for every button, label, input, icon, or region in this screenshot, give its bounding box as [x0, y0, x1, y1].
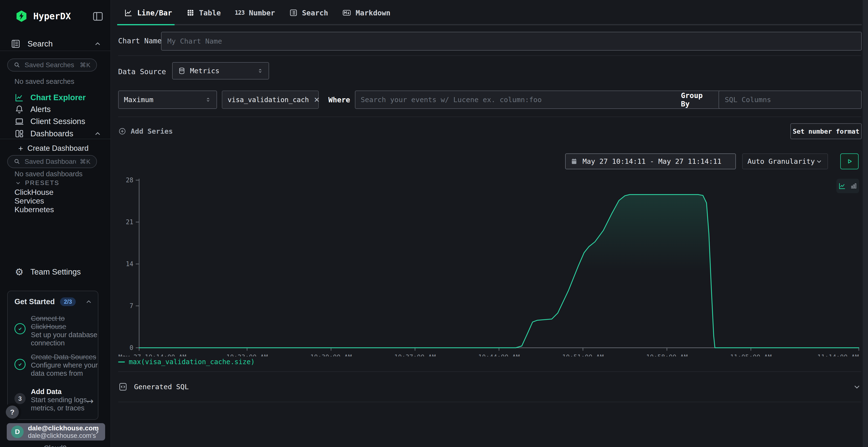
step-title: Add Data	[31, 387, 102, 396]
step-number-badge: 3	[14, 393, 26, 404]
sidebar-divider	[0, 50, 111, 51]
set-number-format-button[interactable]: Set number format	[790, 123, 862, 139]
get-started-title: Get Started	[14, 298, 55, 306]
saved-searches-search[interactable]: ⌘K	[7, 59, 97, 72]
search-icon	[13, 61, 21, 69]
user-email: dale@clickhouse.com	[28, 424, 89, 432]
saved-dashboards-search[interactable]: ⌘K	[7, 155, 97, 168]
aggregation-value: Maximum	[124, 96, 153, 104]
number-123-icon: 123	[235, 9, 245, 16]
scrollbar-gutter[interactable]	[863, 0, 868, 447]
sidebar-item-alerts[interactable]: Alerts	[0, 104, 111, 115]
aggregation-select[interactable]: Maximum	[118, 91, 217, 109]
tab-markdown[interactable]: Markdown	[335, 0, 398, 26]
chevron-down-icon	[15, 180, 21, 186]
date-range-picker[interactable]: May 27 10:14:11 - May 27 11:14:11	[565, 153, 736, 169]
list-icon	[289, 8, 298, 17]
svg-text:10:37:00 AM: 10:37:00 AM	[394, 353, 436, 356]
preset-kubernetes[interactable]: Kubernetes	[14, 205, 54, 214]
chart-legend[interactable]: max(visa_validation_cache.size)	[118, 358, 255, 366]
data-source-label: Data Source	[118, 67, 166, 76]
get-started-item[interactable]: Create Data Sources Configure where your…	[31, 353, 102, 377]
presets-toggle[interactable]: PRESETS	[15, 179, 59, 187]
plus-circle-icon	[118, 127, 126, 135]
data-source-value: Metrics	[190, 67, 219, 75]
metric-tag[interactable]: visa_validation_cach ✕	[222, 91, 319, 109]
tab-search[interactable]: Search	[282, 0, 335, 26]
create-dashboard-label: Create Dashboard	[28, 144, 89, 153]
legend-line-swatch	[118, 362, 125, 363]
no-saved-searches-text: No saved searches	[14, 77, 74, 85]
sidebar-item-label: Chart Explorer	[30, 93, 86, 102]
timeseries-chart[interactable]: 07142128May 27 10:14:00 AM10:23:00 AM10:…	[112, 176, 868, 356]
granularity-value: Auto Granularity	[747, 157, 815, 166]
saved-dashboards-input[interactable]	[25, 158, 76, 166]
svg-text:10:30:00 AM: 10:30:00 AM	[310, 353, 352, 356]
divider	[118, 56, 861, 56]
truncated-bottom-text: Cloud9	[0, 444, 111, 447]
remove-tag-icon[interactable]: ✕	[314, 96, 320, 104]
no-saved-dashboards-text: No saved dashboards	[14, 170, 83, 178]
presets-label: PRESETS	[25, 179, 59, 187]
check-circle-icon	[14, 323, 26, 334]
tab-label: Markdown	[355, 9, 391, 17]
group-by-label: Group By	[681, 91, 715, 109]
calendar-icon	[570, 158, 578, 165]
step-desc: Configure where your data comes from	[31, 361, 102, 377]
user-menu[interactable]: D dale@clickhouse.com dale@clickhouse.co…	[7, 423, 105, 441]
where-label: Where	[325, 91, 354, 109]
tab-table[interactable]: Table	[179, 0, 228, 26]
search-section-icon	[10, 39, 21, 49]
date-range-value: May 27 10:14:11 - May 27 11:14:11	[583, 157, 721, 166]
preset-clickhouse[interactable]: ClickHouse	[14, 188, 54, 197]
step-title: Create Data Sources	[31, 353, 102, 361]
help-button[interactable]: ?	[6, 406, 19, 419]
create-dashboard-button[interactable]: + Create Dashboard	[18, 143, 89, 153]
sidebar-section-search[interactable]: Search	[0, 38, 111, 49]
preset-services[interactable]: Services	[14, 197, 44, 205]
sidebar-collapse-icon[interactable]	[92, 10, 104, 22]
run-query-button[interactable]	[840, 153, 859, 169]
sidebar-item-label: Client Sessions	[30, 117, 85, 126]
step-title: Connect to ClickHouse	[31, 314, 102, 331]
arrow-right-icon[interactable]: →	[86, 396, 94, 406]
tab-label: Line/Bar	[137, 9, 172, 17]
where-search-input[interactable]	[361, 96, 734, 104]
data-source-select[interactable]: Metrics	[172, 62, 269, 79]
chart-name-input[interactable]	[161, 32, 862, 50]
search-icon	[13, 158, 21, 165]
sidebar-item-team-settings[interactable]: ⚙ Team Settings	[0, 266, 111, 278]
tab-number[interactable]: 123 Number	[228, 0, 282, 26]
granularity-select[interactable]: Auto Granularity	[742, 153, 828, 169]
sidebar-item-client-sessions[interactable]: Client Sessions	[0, 115, 111, 127]
hyperdx-logo-icon	[15, 10, 28, 23]
svg-text:10:58:00 AM: 10:58:00 AM	[646, 353, 688, 356]
markdown-icon	[342, 8, 351, 18]
tab-label: Search	[302, 9, 328, 17]
laptop-icon	[14, 116, 25, 127]
group-by-input[interactable]	[718, 91, 862, 109]
gear-icon: ⚙	[14, 267, 25, 277]
chevron-right-icon	[94, 428, 101, 436]
svg-text:14: 14	[126, 260, 133, 268]
chevron-down-icon[interactable]	[852, 382, 861, 391]
sidebar-item-label: Team Settings	[30, 267, 81, 276]
saved-searches-input[interactable]	[25, 61, 76, 69]
sidebar-item-chart-explorer[interactable]: Chart Explorer	[0, 92, 111, 103]
svg-text:11:05:00 AM: 11:05:00 AM	[730, 353, 772, 356]
tab-label: Number	[249, 9, 275, 17]
svg-text:21: 21	[126, 218, 133, 226]
svg-text:10:51:00 AM: 10:51:00 AM	[562, 353, 604, 356]
sidebar-item-label: Alerts	[30, 105, 51, 114]
add-series-button[interactable]: Add Series	[118, 126, 173, 137]
get-started-item[interactable]: Connect to ClickHouse Set up your databa…	[31, 314, 102, 347]
tab-label: Table	[199, 9, 221, 17]
sidebar-section-dashboards[interactable]: Dashboards	[0, 128, 111, 139]
generated-sql-toggle[interactable]: Generated SQL	[118, 372, 861, 402]
chevron-up-icon[interactable]	[85, 298, 93, 306]
chevron-up-icon[interactable]	[94, 130, 102, 138]
svg-text:0: 0	[129, 344, 133, 351]
code-icon	[118, 382, 128, 391]
tab-line-bar[interactable]: Line/Bar	[117, 0, 179, 26]
chevron-up-icon[interactable]	[94, 40, 102, 48]
